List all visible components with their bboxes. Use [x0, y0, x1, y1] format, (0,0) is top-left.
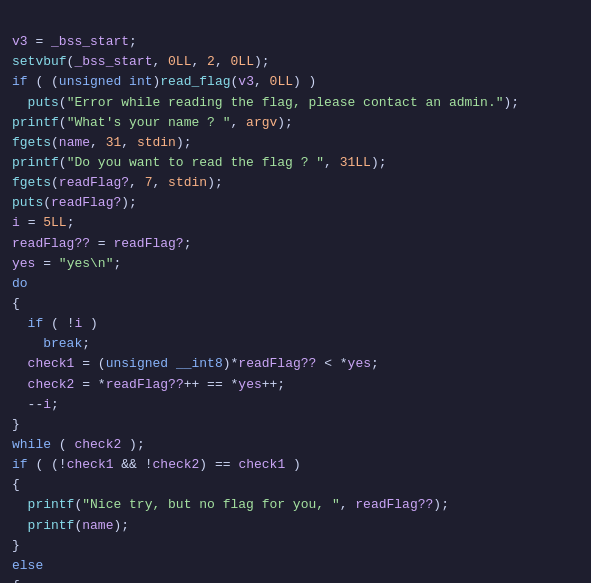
code-line: fgets(readFlag?, 7, stdin);	[12, 173, 579, 193]
code-line: if ( (unsigned int)read_flag(v3, 0LL) )	[12, 72, 579, 92]
code-line: if ( !i )	[12, 314, 579, 334]
code-line: printf("What's your name ? ", argv);	[12, 113, 579, 133]
code-line: }	[12, 536, 579, 556]
code-line: break;	[12, 334, 579, 354]
code-line: {	[12, 475, 579, 495]
code-line: puts(readFlag?);	[12, 193, 579, 213]
code-line: if ( (!check1 && !check2) == check1 )	[12, 455, 579, 475]
code-container: v3 = _bss_start;setvbuf(_bss_start, 0LL,…	[4, 8, 587, 583]
code-line: do	[12, 274, 579, 294]
code-line: printf("Nice try, but no flag for you, "…	[12, 495, 579, 515]
code-line: printf(name);	[12, 516, 579, 536]
code-line: {	[12, 576, 579, 583]
code-line: readFlag?? = readFlag?;	[12, 234, 579, 254]
code-line: check2 = *readFlag??++ == *yes++;	[12, 375, 579, 395]
code-line: setvbuf(_bss_start, 0LL, 2, 0LL);	[12, 52, 579, 72]
code-line: i = 5LL;	[12, 213, 579, 233]
code-line: puts("Error while reading the flag, plea…	[12, 93, 579, 113]
code-line: else	[12, 556, 579, 576]
code-line: {	[12, 294, 579, 314]
code-line: while ( check2 );	[12, 435, 579, 455]
code-line: yes = "yes\n";	[12, 254, 579, 274]
code-line: fgets(name, 31, stdin);	[12, 133, 579, 153]
code-line: printf("Do you want to read the flag ? "…	[12, 153, 579, 173]
code-line: --i;	[12, 395, 579, 415]
code-line: check1 = (unsigned __int8)*readFlag?? < …	[12, 354, 579, 374]
code-line: }	[12, 415, 579, 435]
code-line: v3 = _bss_start;	[12, 32, 579, 52]
